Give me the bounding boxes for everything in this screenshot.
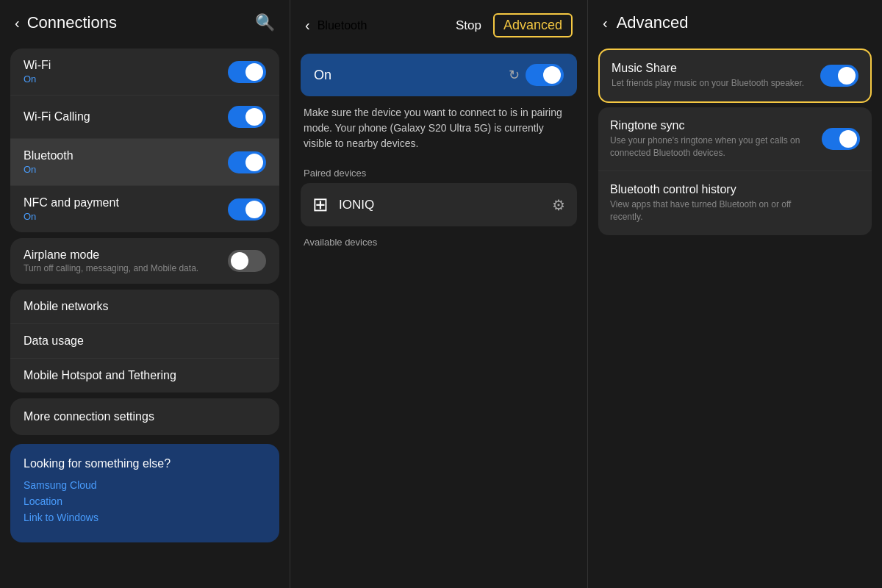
bluetooth-text: Bluetooth On (24, 149, 228, 175)
bluetooth-title: Bluetooth (24, 149, 228, 162)
ringtone-sync-item[interactable]: Ringtone sync Use your phone's ringtone … (598, 107, 872, 172)
bt-title: Bluetooth (318, 19, 368, 32)
bt-header-actions: Stop Advanced (456, 13, 573, 37)
back-arrow-icon[interactable]: ‹ (15, 15, 20, 32)
toggle-group: Wi-Fi On Wi-Fi Calling Bluetooth On (10, 49, 279, 232)
wifi-item[interactable]: Wi-Fi On (10, 49, 279, 96)
mobile-networks-item[interactable]: Mobile networks (10, 290, 279, 324)
device-name: IONIQ (339, 198, 542, 212)
nfc-toggle[interactable] (228, 198, 266, 220)
wifi-calling-toggle[interactable] (228, 106, 266, 128)
gear-icon[interactable]: ⚙ (552, 196, 565, 214)
looking-title: Looking for something else? (24, 457, 266, 470)
advanced-button[interactable]: Advanced (493, 13, 573, 37)
hotspot-title: Mobile Hotspot and Tethering (24, 369, 176, 382)
nfc-text: NFC and payment On (24, 196, 228, 222)
bt-on-controls: ↻ (509, 64, 564, 86)
bt-on-toggle[interactable] (526, 64, 564, 86)
bt-control-history-title: Bluetooth control history (610, 183, 816, 196)
paired-device-item[interactable]: ⊞ IONIQ ⚙ (301, 183, 577, 226)
airplane-item[interactable]: Airplane mode Turn off calling, messagin… (10, 238, 279, 284)
music-share-title: Music Share (612, 62, 804, 75)
wifi-calling-title: Wi-Fi Calling (24, 110, 228, 123)
device-icon: ⊞ (312, 193, 329, 216)
wifi-title: Wi-Fi (24, 59, 228, 72)
link-to-windows-link[interactable]: Link to Windows (24, 512, 266, 523)
more-settings-item[interactable]: More connection settings (10, 398, 279, 435)
connections-panel: ‹ Connections 🔍 Wi-Fi On Wi-Fi Calling (0, 0, 290, 588)
location-link[interactable]: Location (24, 495, 266, 507)
bt-on-bar[interactable]: On ↻ (301, 54, 577, 96)
bt-control-history-item[interactable]: Bluetooth control history View apps that… (598, 171, 872, 235)
advanced-list: Music Share Let friends play music on yo… (588, 43, 882, 241)
wifi-text: Wi-Fi On (24, 59, 228, 85)
music-share-subtitle: Let friends play music on your Bluetooth… (612, 77, 804, 90)
nfc-item[interactable]: NFC and payment On (10, 186, 279, 232)
wifi-calling-text: Wi-Fi Calling (24, 110, 228, 123)
network-group: Mobile networks Data usage Mobile Hotspo… (10, 290, 279, 392)
bt-control-history-subtitle: View apps that have turned Bluetooth on … (610, 198, 816, 223)
looking-box: Looking for something else? Samsung Clou… (10, 444, 279, 542)
data-usage-item[interactable]: Data usage (10, 324, 279, 359)
ringtone-sync-title: Ringtone sync (610, 119, 816, 132)
bluetooth-toggle[interactable] (228, 151, 266, 173)
advanced-panel: ‹ Advanced Music Share Let friends play … (588, 0, 882, 588)
ringtone-sync-text: Ringtone sync Use your phone's ringtone … (610, 119, 816, 159)
adv-title: Advanced (617, 13, 689, 32)
pairing-text: Make sure the device you want to connect… (290, 105, 587, 162)
stop-button[interactable]: Stop (456, 18, 481, 33)
connections-header: ‹ Connections 🔍 (0, 0, 290, 43)
loading-icon: ↻ (509, 67, 520, 83)
paired-label: Paired devices (290, 162, 587, 183)
nfc-title: NFC and payment (24, 196, 228, 209)
available-label: Available devices (290, 226, 587, 252)
adv-group: Ringtone sync Use your phone's ringtone … (598, 107, 872, 235)
more-settings-title: More connection settings (24, 410, 154, 423)
wifi-calling-item[interactable]: Wi-Fi Calling (10, 96, 279, 139)
bluetooth-item[interactable]: Bluetooth On (10, 139, 279, 186)
bluetooth-panel: ‹ Bluetooth Stop Advanced On ↻ Make sure… (290, 0, 588, 588)
bt-control-history-text: Bluetooth control history View apps that… (610, 183, 816, 223)
airplane-subtitle: Turn off calling, messaging, and Mobile … (24, 263, 228, 273)
search-icon[interactable]: 🔍 (255, 13, 275, 32)
settings-list: Wi-Fi On Wi-Fi Calling Bluetooth On (0, 43, 290, 588)
connections-title: Connections (27, 13, 117, 32)
data-usage-title: Data usage (24, 334, 84, 348)
airplane-text: Airplane mode Turn off calling, messagin… (24, 248, 228, 273)
music-share-toggle[interactable] (820, 65, 858, 87)
mobile-networks-title: Mobile networks (24, 300, 109, 313)
wifi-subtitle: On (24, 74, 228, 85)
header-left-group: ‹ Connections (15, 13, 117, 32)
bt-back-arrow-icon[interactable]: ‹ (305, 17, 310, 34)
music-share-text: Music Share Let friends play music on yo… (612, 62, 804, 90)
bluetooth-subtitle: On (24, 164, 228, 175)
airplane-toggle[interactable] (228, 250, 266, 272)
bluetooth-header: ‹ Bluetooth Stop Advanced (290, 0, 587, 48)
wifi-toggle[interactable] (228, 61, 266, 83)
music-share-item[interactable]: Music Share Let friends play music on yo… (598, 49, 872, 103)
airplane-group: Airplane mode Turn off calling, messagin… (10, 238, 279, 284)
bt-header-left: ‹ Bluetooth (305, 17, 367, 34)
adv-back-arrow-icon[interactable]: ‹ (603, 15, 608, 32)
bt-on-label: On (314, 68, 331, 83)
samsung-cloud-link[interactable]: Samsung Cloud (24, 479, 266, 491)
hotspot-item[interactable]: Mobile Hotspot and Tethering (10, 359, 279, 392)
ringtone-sync-subtitle: Use your phone's ringtone when you get c… (610, 135, 816, 159)
airplane-title: Airplane mode (24, 248, 228, 262)
advanced-header: ‹ Advanced (588, 0, 882, 43)
ringtone-sync-toggle[interactable] (822, 128, 860, 150)
nfc-subtitle: On (24, 211, 228, 222)
